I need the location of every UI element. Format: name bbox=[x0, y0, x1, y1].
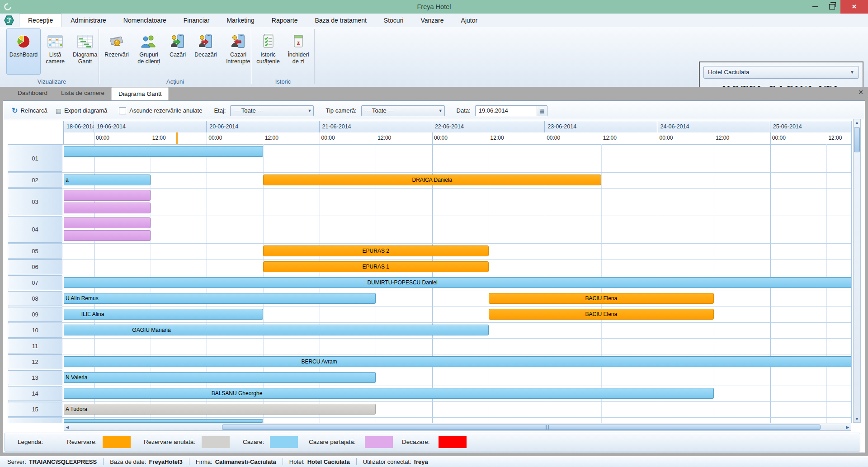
checkout-button[interactable]: Decazări bbox=[191, 28, 220, 75]
gantt-bar-cazare[interactable]: a bbox=[64, 175, 151, 185]
status-item-value: TRAIANC\SQLEXPRESS bbox=[29, 458, 97, 465]
ribbon-tab-ajutor[interactable]: Ajutor bbox=[453, 14, 486, 27]
gantt-bar-cazare[interactable]: BALSANU Gheorghe bbox=[64, 388, 714, 399]
gantt-bar-label: BACIU Elena bbox=[585, 293, 617, 303]
gantt-bar-rezervare[interactable]: BACIU Elena bbox=[489, 309, 714, 320]
gantt-bar-label: ILIE Alina bbox=[81, 309, 104, 319]
vertical-scrollbar[interactable] bbox=[853, 119, 861, 423]
ribbon-tab-marketing[interactable]: Marketing bbox=[218, 14, 263, 27]
gantt-hour-label: 12:00 bbox=[828, 132, 842, 144]
gantt-bar-rezervare[interactable]: EPURAS 1 bbox=[263, 261, 489, 272]
minimize-button[interactable] bbox=[807, 0, 823, 14]
restore-button[interactable] bbox=[824, 0, 840, 14]
ribbon-button-label: Diagrama Gantt bbox=[73, 52, 97, 65]
status-separator bbox=[189, 458, 189, 465]
ribbon-button-label: Listă camere bbox=[46, 52, 65, 65]
gantt-row-line bbox=[8, 275, 851, 275]
gantt-hour-label: 12:00 bbox=[491, 132, 504, 144]
room-list-button[interactable]: Listă camere bbox=[42, 28, 69, 75]
gantt-bar-rezervare[interactable]: DRAICA Daniela bbox=[263, 175, 601, 185]
status-item-value: Hotel Caciulata bbox=[307, 458, 350, 465]
ribbon-tab-financiar[interactable]: Financiar bbox=[175, 14, 218, 27]
tab-lista-de-camere[interactable]: Lista de camere bbox=[54, 87, 111, 99]
legend-item-label: Cazare partajată: bbox=[309, 433, 356, 451]
dashboard-icon bbox=[15, 33, 32, 50]
tab-dashboard[interactable]: Dashboard bbox=[11, 87, 54, 99]
gantt-bar-cazare[interactable]: GAGIU Mariana bbox=[64, 325, 489, 335]
client-groups-button[interactable]: Grupuri de clienți bbox=[133, 28, 164, 75]
ribbon-group-vizualizare: VizualizareDashBoardListă camereDiagrama… bbox=[5, 27, 99, 87]
ribbon-tab-stocuri[interactable]: Stocuri bbox=[375, 14, 412, 27]
gantt-bar-cazare[interactable]: ILIE Alina bbox=[64, 309, 263, 320]
room-row-label: 06 bbox=[8, 259, 62, 274]
gantt-bar-cazare[interactable]: BERCU Avram bbox=[64, 356, 851, 367]
gantt-row-line bbox=[8, 216, 851, 216]
room-row-label: 12 bbox=[8, 354, 62, 369]
scroll-split-handle[interactable] bbox=[546, 425, 549, 429]
legend-item-label: Rezervare anulată: bbox=[144, 433, 195, 451]
gantt-hour-label: 00:00 bbox=[208, 132, 222, 144]
gantt-hour-label: 00:00 bbox=[660, 132, 673, 144]
gantt-bar-partajata[interactable] bbox=[64, 217, 151, 228]
restore-icon bbox=[829, 4, 835, 9]
legend-color-swatch bbox=[202, 436, 230, 448]
current-time-marker bbox=[176, 132, 178, 144]
gantt-row-line bbox=[8, 172, 851, 173]
gantt-bar-partajata[interactable] bbox=[64, 230, 151, 241]
gantt-bar-cazare[interactable]: DUMIRTU-POPESCU Daniel bbox=[64, 277, 851, 288]
cleaning-history-icon bbox=[259, 33, 277, 50]
gantt-bar-cazare[interactable] bbox=[64, 419, 263, 423]
close-button[interactable]: × bbox=[840, 0, 868, 14]
view-close-icon[interactable]: ✕ bbox=[858, 89, 863, 96]
ribbon-tab-nomenclatoare[interactable]: Nomenclatoare bbox=[115, 14, 175, 27]
gantt-bar-partajata[interactable] bbox=[64, 190, 151, 201]
gantt-bar-cazare[interactable]: N Valeria bbox=[64, 372, 376, 383]
gantt-row-line bbox=[8, 259, 851, 259]
gantt-row-line bbox=[8, 307, 851, 307]
status-item-label: Baza de date: bbox=[110, 458, 146, 465]
gantt-button[interactable]: Diagrama Gantt bbox=[70, 28, 100, 75]
room-row-label: 15 bbox=[8, 402, 62, 417]
ribbon-button-label: Istoric curățenie bbox=[256, 52, 279, 65]
gantt-bar-rezervare[interactable]: EPURAS 2 bbox=[263, 245, 489, 256]
status-bar: Server:TRAIANC\SQLEXPRESSBaza de date:Fr… bbox=[0, 456, 868, 467]
hotel-select[interactable]: Hotel Caciulata ▼ bbox=[703, 66, 859, 79]
interrupted-button[interactable]: Cazari intrerupte bbox=[221, 28, 255, 75]
gantt-bar-rezervare[interactable]: BACIU Elena bbox=[489, 293, 714, 304]
scroll-left-icon[interactable]: ◀ bbox=[64, 424, 71, 431]
ribbon-tab-rapoarte[interactable]: Rapoarte bbox=[263, 14, 307, 27]
scroll-right-icon[interactable]: ▶ bbox=[844, 424, 851, 431]
reservations-button[interactable]: Rezervări bbox=[101, 28, 132, 75]
status-separator bbox=[356, 458, 357, 465]
gantt-bar-cazare[interactable]: U Alin Remus bbox=[64, 293, 376, 304]
ribbon-tab-recep-ie[interactable]: Recepție bbox=[19, 14, 62, 28]
ribbon-tab-administrare[interactable]: Administrare bbox=[62, 14, 115, 27]
app-logo-icon bbox=[3, 14, 15, 26]
cleaning-history-button[interactable]: Istoric curățenie bbox=[253, 28, 283, 75]
ribbon-tab-baza-de-tratament[interactable]: Baza de tratament bbox=[306, 14, 375, 27]
scroll-up-icon[interactable]: ▲ bbox=[853, 119, 861, 126]
status-separator bbox=[283, 458, 283, 465]
horizontal-scroll-thumb[interactable] bbox=[222, 425, 821, 430]
legend-item-label: Rezervare: bbox=[67, 433, 97, 451]
vertical-scroll-thumb[interactable] bbox=[854, 127, 860, 152]
gantt-hour-label: 12:00 bbox=[716, 132, 729, 144]
gantt-row-line bbox=[8, 188, 851, 189]
gantt-bar-label: EPURAS 2 bbox=[363, 246, 389, 256]
gantt-bar-label: a bbox=[66, 175, 69, 185]
scroll-down-icon[interactable]: ▼ bbox=[853, 415, 861, 423]
legend-color-swatch bbox=[103, 436, 131, 448]
gantt-day-header: 21-06-2014 bbox=[320, 121, 432, 132]
ribbon-tab-vanzare[interactable]: Vanzare bbox=[412, 14, 452, 27]
view-tabstrip: DashboardLista de camereDiagrama Gantt ✕ bbox=[0, 87, 868, 100]
checkin-button[interactable]: Cazări bbox=[165, 28, 190, 75]
gantt-bar-anulata[interactable]: A Tudora bbox=[64, 404, 376, 415]
status-item-label: Firma: bbox=[196, 458, 212, 465]
gantt-bar-partajata[interactable] bbox=[64, 203, 151, 213]
ribbon-button-label: Rezervări bbox=[104, 52, 129, 58]
tab-diagrama-gantt[interactable]: Diagrama Gantt bbox=[111, 87, 169, 100]
dashboard-button[interactable]: DashBoard bbox=[6, 28, 41, 75]
gantt-bar-cazare[interactable] bbox=[64, 146, 263, 157]
day-close-button[interactable]: zÎnchideri de zi bbox=[284, 28, 313, 75]
gantt-bar-label: U Alin Remus bbox=[66, 293, 99, 303]
